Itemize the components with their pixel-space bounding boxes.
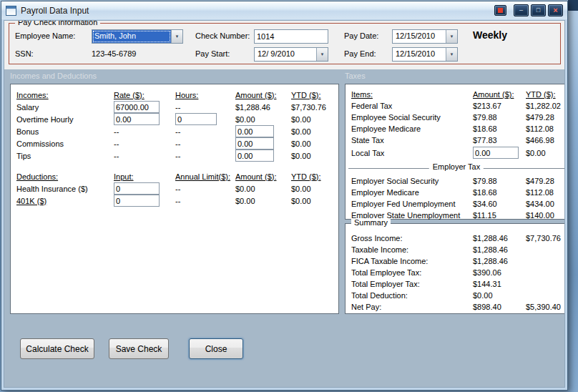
income-hours-cell (175, 113, 235, 125)
pay-start-value: 12/ 9/2010 (255, 48, 316, 61)
summary-name: Total Employer Tax: (351, 280, 473, 288)
chevron-down-icon[interactable]: ▼ (171, 30, 182, 43)
incomes-header-row: Incomes: Rate ($): Hours: Amount ($): YT… (11, 89, 338, 101)
deduction-row-401k: 401K ($) -- $0.00 $0.00 (11, 195, 338, 207)
summary-row-net-pay: Net Pay: $898.40 $5,390.40 (346, 301, 565, 313)
summary-amount: $1,288.46 (473, 245, 526, 254)
tax-ytd: $112.08 (526, 124, 565, 133)
incomes-deductions-panel: Incomes: Rate ($): Hours: Amount ($): YT… (10, 84, 339, 314)
income-name: Commissions (16, 139, 114, 148)
tax-amount: $79.88 (473, 113, 526, 122)
tax-name: Employer Fed Unemployment (351, 200, 473, 208)
incomes-col-name: Incomes: (16, 91, 114, 99)
salary-rate-input[interactable] (114, 101, 160, 113)
close-button[interactable]: × (548, 4, 563, 16)
summary-row-fica: FICA Taxable Income: $1,288.46 (346, 255, 565, 267)
summary-row-total-employee-tax: Total Employee Tax: $390.06 (346, 267, 565, 278)
deduction-row-health: Health Insurance ($) -- $0.00 $0.00 (11, 182, 338, 195)
close-check-button[interactable]: Close (189, 338, 243, 359)
employee-name-value: Smith, John (92, 30, 171, 43)
pay-date-label: Pay Date: (344, 31, 378, 40)
pay-start-picker[interactable]: 12/ 9/2010 ▼ (254, 47, 328, 62)
check-number-label: Check Number: (195, 31, 250, 40)
income-name: Tips (16, 152, 114, 160)
summary-row-taxable: Taxable Income: $1,288.46 (346, 244, 565, 255)
overtime-rate-input[interactable] (114, 113, 160, 125)
income-ytd: $0.00 (291, 152, 338, 160)
tax-amount: $18.68 (473, 188, 526, 197)
tax-row-emp-medicare: Employee Medicare $18.68 $112.08 (346, 123, 565, 134)
tax-ytd: $140.00 (526, 211, 564, 220)
pay-date-value: 12/15/2010 (393, 30, 446, 43)
income-ytd: $0.00 (291, 127, 338, 136)
red-dot-icon (498, 8, 503, 13)
close-icon: × (553, 6, 557, 14)
401k-input[interactable] (114, 195, 160, 207)
taxes-header: Taxes (345, 72, 366, 80)
calculate-check-button[interactable]: Calculate Check (20, 338, 94, 359)
lower-area: Incomes and Deductions Taxes Incomes: Ra… (4, 69, 564, 387)
tax-ytd: $479.28 (526, 113, 565, 122)
deduction-name: 401K ($) (16, 197, 114, 205)
minimize-button[interactable]: – (514, 4, 529, 16)
income-amount-cell (235, 125, 291, 137)
deduction-input-cell (114, 195, 175, 207)
income-hours: -- (175, 152, 235, 160)
income-rate: -- (114, 152, 175, 160)
income-ytd: $0.00 (291, 115, 338, 124)
tax-name: Federal Tax (351, 102, 473, 110)
incomes-col-amount: Amount ($): (235, 91, 291, 99)
ssn-value: 123-45-6789 (92, 49, 136, 58)
pay-frequency: Weekly (473, 29, 507, 41)
tax-ytd: $479.28 (526, 177, 564, 185)
summary-amount: $144.31 (473, 280, 526, 288)
tax-name: Employer Social Security (351, 177, 473, 185)
titlebar-extra-button[interactable] (494, 5, 506, 16)
local-tax-input[interactable] (473, 147, 519, 159)
tax-name: Local Tax (351, 149, 473, 157)
deduction-ytd: $0.00 (291, 185, 338, 193)
tax-amount: $18.68 (473, 124, 526, 133)
tax-name: Employee Medicare (351, 124, 473, 133)
deductions-col-name: Deductions: (16, 172, 114, 181)
employee-name-select[interactable]: Smith, John ▼ (92, 29, 183, 44)
deductions-col-amount: Amount ($): (235, 172, 291, 181)
income-amount: $0.00 (235, 115, 291, 124)
overtime-hours-input[interactable] (175, 113, 217, 125)
tips-amount-input[interactable] (235, 150, 274, 162)
tax-row-employer-ss: Employer Social Security $79.88 $479.28 (348, 175, 564, 187)
health-insurance-input[interactable] (114, 182, 160, 195)
summary-name: Total Deduction: (351, 291, 473, 300)
chevron-down-icon[interactable]: ▼ (446, 48, 457, 61)
pay-date-picker[interactable]: 12/15/2010 ▼ (392, 29, 458, 44)
income-row-commissions: Commissions -- -- $0.00 (11, 137, 338, 150)
summary-name: Net Pay: (351, 303, 473, 311)
minimize-icon: – (519, 7, 523, 14)
employer-tax-group: Employer Tax Employer Social Security $7… (348, 168, 564, 221)
pay-end-picker[interactable]: 12/15/2010 ▼ (392, 47, 458, 62)
summary-name: Gross Income: (351, 234, 473, 242)
deductions-col-ytd: YTD ($): (291, 172, 338, 181)
chevron-down-icon[interactable]: ▼ (446, 30, 457, 43)
check-number-input[interactable] (254, 29, 328, 44)
maximize-button[interactable]: □ (531, 4, 546, 16)
save-check-button[interactable]: Save Check (109, 338, 169, 359)
chevron-down-icon[interactable]: ▼ (316, 48, 328, 61)
payroll-window: Payroll Data Input – □ × Pay Check Infor… (1, 1, 568, 391)
income-ytd: $0.00 (291, 139, 338, 148)
titlebar[interactable]: Payroll Data Input – □ × (1, 1, 567, 19)
commissions-amount-input[interactable] (235, 137, 274, 150)
deduction-ytd: $0.00 (291, 197, 338, 205)
income-hours: -- (175, 127, 235, 136)
bonus-amount-input[interactable] (235, 125, 274, 137)
summary-amount: $1,288.46 (473, 234, 526, 242)
summary-row-gross: Gross Income: $1,288.46 $7,730.76 (346, 232, 565, 244)
income-row-bonus: Bonus -- -- $0.00 (11, 125, 338, 137)
tax-amount-cell (473, 147, 526, 159)
tax-ytd: $0.00 (526, 149, 565, 157)
income-rate-cell (114, 101, 175, 113)
income-amount: $1,288.46 (235, 103, 291, 112)
deductions-col-limit: Annual Limit($): (175, 172, 235, 181)
income-ytd: $7,730.76 (291, 103, 338, 112)
tax-row-local: Local Tax $0.00 (346, 146, 565, 160)
